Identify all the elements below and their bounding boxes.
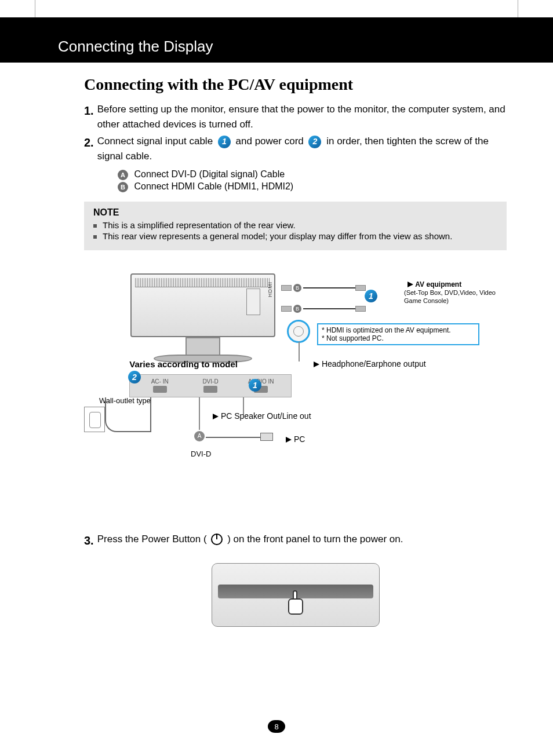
- headphone-jack: [287, 320, 310, 343]
- page-number: 8: [268, 720, 285, 733]
- step-3-post: ) on the front panel to turn the power o…: [227, 534, 403, 545]
- port-strip: AC- IN DVI-D AUDIO IN: [129, 374, 292, 397]
- marker-2-icon: 2: [128, 371, 141, 384]
- step-2: 2. Connect signal input cable 1 and powe…: [84, 134, 507, 163]
- marker-a-small-icon: A: [194, 431, 205, 441]
- wall-outlet: [84, 407, 105, 432]
- varies-label: Varies according to model: [84, 359, 238, 369]
- note-title: NOTE: [93, 207, 497, 218]
- front-panel-illustration: LIGHT: [212, 563, 380, 627]
- av-equipment-label: AV equipment (Set-Top Box, DVD,Video, Vi…: [404, 280, 507, 305]
- speaker-out-label: PC Speaker Out/Line out: [209, 411, 311, 421]
- hdmi-cable-top: B: [281, 285, 366, 291]
- step-2-pre: Connect signal input cable: [97, 136, 216, 147]
- marker-b-icon: B: [118, 182, 128, 192]
- header-bar: Connecting the Display: [0, 17, 553, 63]
- step-2-number: 2.: [84, 134, 94, 163]
- hand-pointing-icon: [286, 590, 305, 615]
- step-1: 1. Before setting up the monitor, ensure…: [84, 102, 507, 132]
- marker-1-icon: 1: [249, 379, 261, 392]
- hdmi-note-box: * HDMI is optimized on the AV equipment.…: [317, 323, 479, 345]
- hdmi-label: HDMI: [267, 282, 273, 297]
- arrow-right-icon: [408, 282, 413, 287]
- hdmi-cable-bottom: B: [281, 306, 366, 312]
- note-item-1: This is a simplified representation of t…: [103, 220, 296, 230]
- hdmi-note-1: * HDMI is optimized on the AV equipment.: [322, 326, 475, 334]
- sub-a-text: Connect DVI-D (Digital signal) Cable: [134, 169, 285, 179]
- step-3: 3. Press the Power Button ( ) on the fro…: [84, 532, 507, 549]
- marker-b-small-icon: B: [293, 284, 301, 292]
- bullet-icon: [93, 224, 97, 228]
- headphone-output-label: Headphone/Earphone output: [310, 359, 426, 368]
- port-ac-label: AC- IN: [151, 378, 169, 385]
- power-icon: [211, 534, 223, 545]
- inline-marker-1-icon: 1: [218, 136, 231, 148]
- arrow-right-icon: [286, 437, 292, 443]
- arrow-right-icon: [314, 361, 319, 367]
- bullet-icon: [93, 235, 97, 239]
- step-2-mid: and power cord: [236, 136, 307, 147]
- rear-view-diagram: HDMI B B 1 AV equipment (Set-Top Box, DV…: [84, 268, 507, 482]
- av-title: AV equipment: [415, 280, 461, 288]
- marker-1-icon: 1: [365, 290, 377, 302]
- dvi-d-label: DVI-D: [191, 450, 211, 458]
- step-3-pre: Press the Power Button (: [97, 534, 210, 545]
- av-sub: (Set-Top Box, DVD,Video, Video Game Cons…: [404, 289, 496, 304]
- note-item-2: This rear view represents a general mode…: [103, 231, 452, 241]
- step-3-number: 3.: [84, 532, 94, 549]
- marker-b-small-icon: B: [293, 305, 301, 313]
- step-1-number: 1.: [84, 102, 94, 132]
- hdmi-note-2: * Not supported PC.: [322, 334, 475, 342]
- arrow-right-icon: [213, 414, 219, 419]
- hdmi-port: [246, 288, 260, 315]
- inline-marker-2-icon: 2: [308, 136, 321, 148]
- sub-b-text: Connect HDMI Cable (HDMI1, HDMI2): [134, 181, 293, 191]
- pc-label: PC: [282, 434, 305, 444]
- header-title: Connecting the Display: [58, 38, 213, 56]
- sub-b-row: B Connect HDMI Cable (HDMI1, HDMI2): [118, 181, 507, 192]
- section-title: Connecting with the PC/AV equipment: [84, 75, 507, 94]
- port-dvi-label: DVI-D: [202, 378, 218, 385]
- note-box: NOTE This is a simplified representation…: [84, 202, 507, 250]
- marker-a-icon: A: [118, 170, 128, 180]
- sub-a-row: A Connect DVI-D (Digital signal) Cable: [118, 169, 507, 180]
- step-1-text: Before setting up the monitor, ensure th…: [97, 102, 507, 132]
